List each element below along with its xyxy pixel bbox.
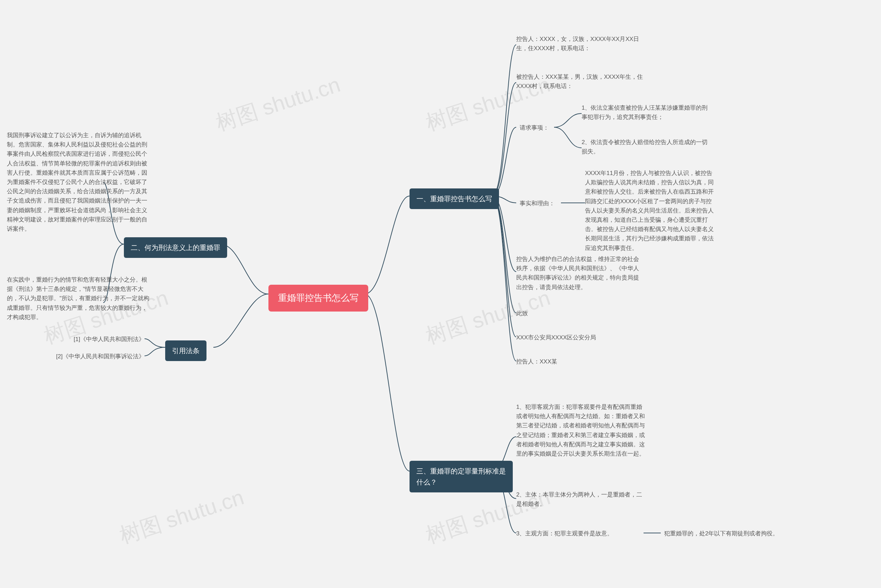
reference-item-2: [2]《中华人民共和国刑事诉讼法》: [45, 352, 144, 361]
root-node[interactable]: 重婚罪控告书怎么写: [268, 285, 368, 312]
references-node[interactable]: 引用法条: [165, 340, 206, 361]
section-3-node[interactable]: 三、重婚罪的定罪量刑标准是什么？: [409, 461, 513, 492]
facts-text: XXXX年11月份，控告人与被控告人认识，被控告人欺骗控告人说其尚未结婚，控告人…: [585, 168, 716, 253]
section-2-para1: 我国刑事诉讼建立了以公诉为主，自诉为辅的追诉机制。危害国家、集体和人民利益以及侵…: [7, 130, 152, 234]
bureau-text: XXX市公安局XXXX区公安分局: [516, 333, 596, 342]
section3-tail: 犯重婚罪的，处2年以下有期徒刑或者拘役。: [664, 529, 795, 538]
section3-item-3: 3、主观方面：犯罪主观要件是故意。: [516, 529, 640, 538]
facts-label: 事实和理由：: [520, 199, 555, 208]
section-1-node[interactable]: 一、重婚罪控告书怎么写: [409, 188, 499, 209]
defendant-text: 被控告人：XXX某某，男，汉族，XXXX年生，住XXXX村，联系电话：: [516, 72, 643, 91]
reference-item-1: [1]《中华人民共和国刑法》: [55, 334, 144, 344]
watermark: 树图 shutu.cn: [212, 70, 344, 138]
request-item-2: 2、依法责令被控告人赔偿给控告人所造成的一切损失。: [582, 138, 709, 156]
watermark: 树图 shutu.cn: [116, 483, 247, 550]
signer-text: 控告人：XXX某: [516, 357, 557, 366]
section3-item-1: 1、犯罪客观方面：犯罪客观要件是有配偶而重婚或者明知他人有配偶而与之结婚。如：重…: [516, 402, 647, 458]
section-2-para2: 在实践中，重婚行为的情节和危害有轻重大小之分。根据《刑法》第十三条的规定，"情节…: [7, 275, 152, 322]
cici-text: 此致: [516, 309, 528, 318]
request-label: 请求事项：: [520, 123, 549, 132]
section3-item-2: 2、主体：本罪主体分为两种人，一是重婚者，二是相婚者。: [516, 490, 647, 508]
request-item-1: 1、依法立案侦查被控告人汪某某涉嫌重婚罪的刑事犯罪行为，追究其刑事责任；: [582, 103, 709, 122]
plaintiff-text: 控告人：XXXX，女，汉族，XXXX年XX月XX日生，住XXXX村，联系电话：: [516, 34, 643, 53]
closing-text: 控告人为维护自己的合法权益，维持正常的社会秩序，依据《中华人民共和国刑法》、《中…: [516, 255, 643, 292]
section-2-node[interactable]: 二、何为刑法意义上的重婚罪: [124, 237, 227, 258]
